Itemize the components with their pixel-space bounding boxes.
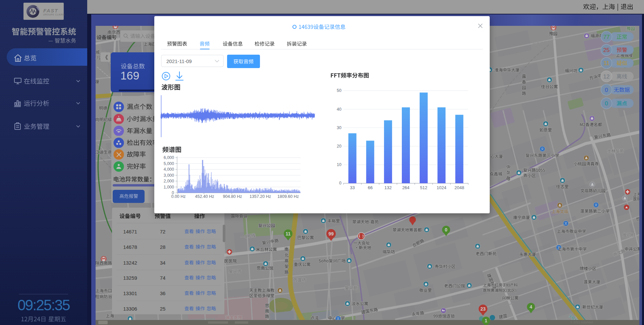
svg-text:66: 66 <box>368 185 372 190</box>
svg-text:09:25:35: 09:25:35 <box>17 297 70 313</box>
svg-text:132: 132 <box>384 185 392 190</box>
svg-text:1: 1 <box>485 318 487 323</box>
svg-text:11: 11 <box>286 231 291 236</box>
svg-text:14671: 14671 <box>123 229 137 234</box>
svg-text:10: 10 <box>337 162 341 167</box>
svg-text:13306: 13306 <box>123 306 137 312</box>
svg-text:72: 72 <box>160 229 166 234</box>
svg-text:20: 20 <box>337 144 341 149</box>
svg-text:GROUPE CLAIRE: GROUPE CLAIRE <box>43 13 65 16</box>
svg-text:264: 264 <box>402 185 410 190</box>
svg-text:1809.60 Hz: 1809.60 Hz <box>277 194 299 199</box>
svg-text:1,000: 1,000 <box>164 185 174 189</box>
svg-text:34: 34 <box>160 260 166 266</box>
svg-text:28: 28 <box>160 244 166 250</box>
svg-text:25: 25 <box>160 306 166 312</box>
svg-text:0: 0 <box>605 100 608 107</box>
svg-text:0: 0 <box>605 87 608 93</box>
svg-text:13301: 13301 <box>123 290 137 296</box>
svg-text:36: 36 <box>160 290 166 296</box>
svg-text:1357.20 Hz: 1357.20 Hz <box>250 194 271 199</box>
svg-text:2048: 2048 <box>454 185 464 190</box>
svg-text:12: 12 <box>603 73 610 80</box>
svg-text:25: 25 <box>603 47 610 53</box>
svg-text:30: 30 <box>337 125 341 130</box>
svg-text:74: 74 <box>160 275 166 281</box>
svg-text:0: 0 <box>339 181 341 185</box>
svg-text:13242: 13242 <box>123 260 137 266</box>
svg-text:33: 33 <box>350 185 355 190</box>
svg-text:3,000: 3,000 <box>164 173 174 178</box>
svg-text:40: 40 <box>337 107 341 112</box>
svg-text:14678: 14678 <box>123 244 137 250</box>
svg-text:169: 169 <box>120 69 140 82</box>
svg-text:13259: 13259 <box>123 275 137 281</box>
svg-text:6,000: 6,000 <box>164 155 174 160</box>
svg-text:FAST: FAST <box>43 8 58 13</box>
svg-text:© 2021 AutoNavi: © 2021 AutoNavi <box>570 321 593 324</box>
svg-text:77: 77 <box>603 34 610 40</box>
svg-text:1024: 1024 <box>437 185 446 190</box>
svg-text:2021-11-09: 2021-11-09 <box>166 58 192 64</box>
svg-text:904.80 Hz: 904.80 Hz <box>223 194 242 199</box>
svg-text:50: 50 <box>337 88 341 93</box>
svg-text:0.00 Hz: 0.00 Hz <box>171 194 185 199</box>
svg-text:5,000: 5,000 <box>164 161 174 166</box>
svg-text:452.40 Hz: 452.40 Hz <box>195 194 214 199</box>
svg-text:512: 512 <box>420 185 427 190</box>
svg-text:23: 23 <box>480 306 486 312</box>
svg-text:99: 99 <box>328 231 334 236</box>
svg-text:4: 4 <box>530 304 532 310</box>
svg-text:4,000: 4,000 <box>164 167 174 172</box>
svg-text:2,000: 2,000 <box>164 179 174 183</box>
svg-text:11: 11 <box>603 60 609 66</box>
svg-text:0: 0 <box>445 227 447 232</box>
